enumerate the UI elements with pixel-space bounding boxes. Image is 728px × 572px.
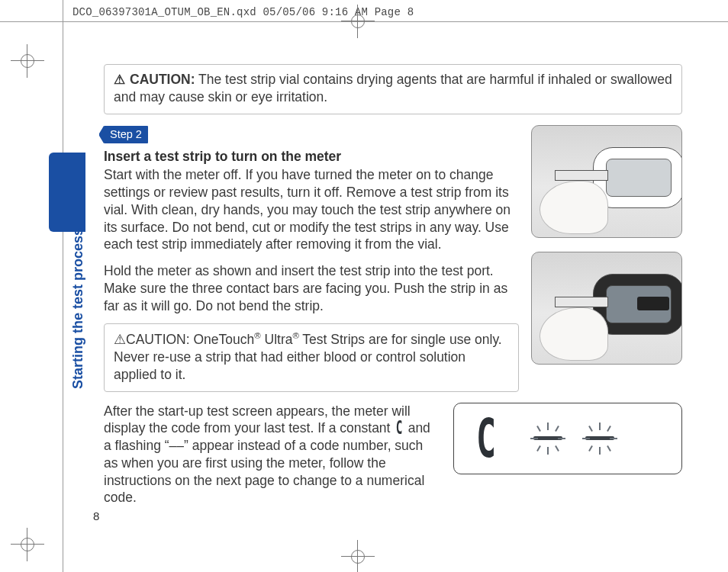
lcd-dash (532, 419, 564, 458)
lcd-code-display: C (453, 403, 682, 474)
step-paragraph-3: After the start-up test screen appears, … (104, 403, 440, 507)
step-tag: Step 2 (104, 126, 148, 143)
registered-symbol: ® (254, 331, 260, 340)
caution-text-pre: OneTouch (190, 332, 255, 347)
figure-insert-strip-back (531, 252, 682, 365)
caution-lead: CAUTION: (126, 332, 190, 347)
caution-text-mid: Ultra (261, 332, 293, 347)
registration-mark-icon (17, 50, 38, 72)
step-heading: Insert a test strip to turn on the meter (104, 148, 519, 165)
warning-icon: ⚠ (114, 332, 126, 347)
lcd-dash (584, 419, 616, 458)
test-strip-illustration (555, 170, 608, 181)
page-number: 8 (93, 509, 99, 522)
caution-box-1: ⚠CAUTION: The test strip vial contains d… (104, 64, 682, 114)
caution-lead: CAUTION: (130, 72, 195, 87)
registration-mark-icon (17, 534, 38, 555)
para3-pre: After the start-up test screen appears, … (104, 403, 411, 436)
test-strip-illustration (555, 297, 608, 307)
hand-illustration (540, 307, 608, 361)
caution-box-2: ⚠CAUTION: OneTouch® Ultra® Test Strips a… (104, 323, 519, 391)
caution-text: The test strip vial contains drying agen… (114, 72, 672, 104)
step-text-column: Step 2 Insert a test strip to turn on th… (104, 125, 519, 403)
step-paragraph-2: Hold the meter as shown and insert the t… (104, 262, 519, 314)
registration-mark-icon (347, 11, 369, 32)
trim-rule-left (63, 0, 63, 572)
lcd-flashing-dashes (532, 419, 616, 458)
registered-symbol: ® (292, 331, 298, 340)
step-two-column: Step 2 Insert a test strip to turn on th… (104, 125, 682, 403)
lcd-seg-c: C (476, 412, 499, 465)
section-color-tab (49, 153, 85, 232)
hand-illustration (540, 181, 608, 234)
warning-icon: ⚠ (114, 72, 125, 87)
page-content: ⚠CAUTION: The test strip vial contains d… (104, 64, 682, 522)
registration-mark-icon (347, 546, 369, 567)
figure-insert-strip-front (531, 125, 682, 238)
section-running-head: Starting the test process (70, 228, 86, 389)
figure-column (531, 125, 682, 403)
code-explanation-row: After the start-up test screen appears, … (104, 403, 682, 516)
meter-brand-label (637, 297, 669, 310)
page-frame: DCO_06397301A_OTUM_OB_EN.qxd 05/05/06 9:… (0, 0, 728, 572)
step-paragraph-1: Start with the meter off. If you have tu… (104, 166, 519, 253)
